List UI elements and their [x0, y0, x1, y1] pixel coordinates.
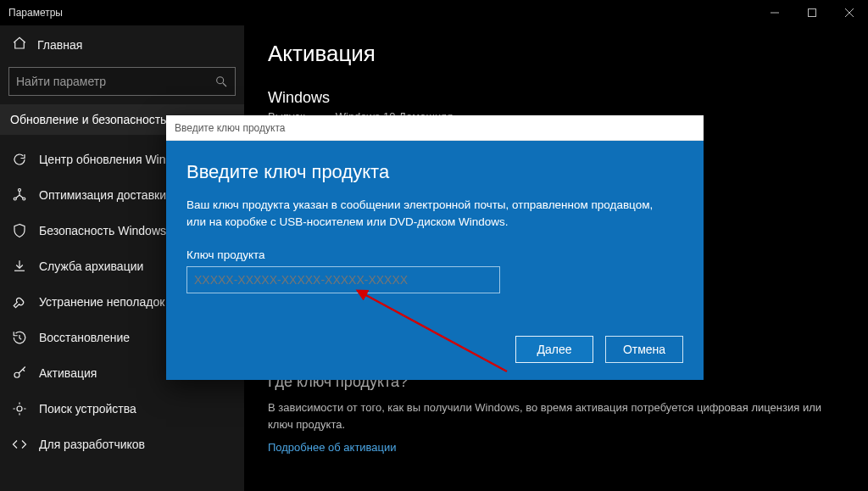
next-button[interactable]: Далее [515, 336, 593, 363]
svg-point-6 [19, 189, 21, 192]
windows-heading: Windows [268, 89, 844, 107]
dialog-body: Введите ключ продукта Ваш ключ продукта … [166, 141, 704, 380]
dialog-description: Ваш ключ продукта указан в сообщении эле… [186, 197, 661, 232]
shield-icon [12, 223, 27, 238]
page-title: Активация [268, 41, 844, 67]
svg-line-5 [223, 83, 226, 86]
search-icon [214, 75, 228, 88]
sidebar-home[interactable]: Главная [0, 25, 244, 62]
svg-rect-1 [809, 9, 816, 17]
close-button[interactable] [831, 0, 868, 25]
wrench-icon [12, 294, 27, 310]
sidebar-item-label: Поиск устройства [39, 402, 136, 416]
sidebar-item-label: Восстановление [39, 331, 130, 344]
code-icon [12, 437, 27, 452]
product-key-dialog: Введите ключ продукта Введите ключ проду… [166, 115, 704, 380]
sidebar-home-label: Главная [37, 38, 82, 52]
sidebar-item-label: Устранение неполадок [39, 295, 164, 309]
minimize-button[interactable] [756, 0, 793, 25]
backup-icon [12, 259, 27, 274]
dialog-heading: Введите ключ продукта [186, 161, 683, 183]
where-key-link[interactable]: Подробнее об активации [268, 441, 397, 454]
sidebar-item-label: Для разработчиков [39, 438, 145, 451]
where-key-section: Где ключ продукта? В зависимости от того… [268, 373, 844, 455]
search-placeholder: Найти параметр [16, 75, 106, 88]
where-key-text: В зависимости от того, как вы получили W… [268, 399, 844, 432]
cancel-button[interactable]: Отмена [605, 336, 683, 363]
search-input[interactable]: Найти параметр [8, 67, 236, 96]
sidebar-item-label: Служба архивации [39, 259, 143, 273]
maximize-button[interactable] [793, 0, 831, 25]
history-icon [12, 330, 27, 345]
sync-icon [12, 152, 27, 167]
titlebar-title: Параметры [8, 7, 63, 19]
product-key-label: Ключ продукта [186, 248, 683, 261]
home-icon [12, 36, 27, 53]
sidebar-item-label: Оптимизация доставки [39, 188, 166, 202]
svg-point-4 [217, 77, 224, 84]
network-icon [12, 187, 27, 203]
svg-point-10 [17, 406, 22, 411]
sidebar-item-label: Безопасность Windows [39, 224, 166, 237]
product-key-input[interactable] [186, 266, 500, 293]
locate-icon [12, 401, 27, 416]
sidebar-item-find-my-device[interactable]: Поиск устройства [0, 391, 244, 427]
titlebar: Параметры [0, 0, 868, 25]
window-controls [756, 0, 868, 25]
dialog-title: Введите ключ продукта [166, 115, 704, 141]
key-icon [12, 365, 27, 381]
sidebar-item-label: Активация [39, 366, 97, 380]
svg-point-9 [14, 372, 19, 377]
settings-window: Параметры Главная Найти параметр [0, 0, 868, 491]
dialog-buttons: Далее Отмена [515, 336, 683, 363]
sidebar-item-for-developers[interactable]: Для разработчиков [0, 427, 244, 462]
